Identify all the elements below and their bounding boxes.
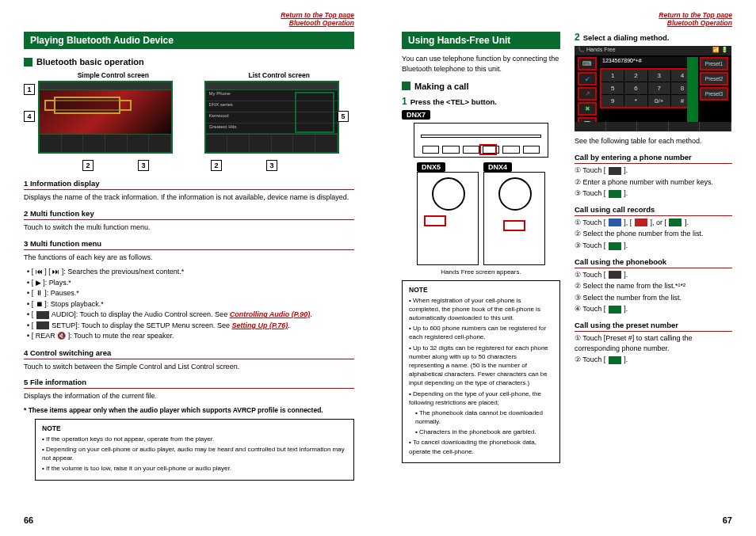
note-left: NOTE If the operation keys do not appear… bbox=[35, 419, 354, 481]
audio-icon bbox=[36, 311, 49, 319]
avrcp-footnote: * These items appear only when the audio… bbox=[24, 406, 354, 414]
step-1: 1Press the <TEL> button. bbox=[402, 96, 560, 107]
callout-5: 5 bbox=[338, 111, 349, 122]
phonebook-icon-inline bbox=[609, 271, 621, 279]
sub-multi-key: 2 Multi function key bbox=[24, 207, 354, 220]
heading-handsfree: Using Hands-Free Unit bbox=[402, 32, 560, 49]
link-audio[interactable]: Controlling Audio (P.90) bbox=[230, 310, 311, 318]
callout-3a: 3 bbox=[138, 160, 149, 171]
page-number-67: 67 bbox=[723, 515, 732, 525]
page-66: Return to the Top page Bluetooth Operati… bbox=[0, 0, 378, 536]
callout-1: 1 bbox=[24, 84, 35, 95]
page-67: Return to the Top page Bluetooth Operati… bbox=[378, 0, 756, 536]
heading-basic-op: Bluetooth basic operation bbox=[24, 57, 354, 67]
label-list: List Control screen bbox=[204, 71, 355, 79]
sub-info-display: 1 Information display bbox=[24, 177, 354, 190]
sub-switch-area: 4 Control switching area bbox=[24, 347, 354, 359]
top-link-r[interactable]: Return to the Top page Bluetooth Operati… bbox=[402, 11, 732, 27]
hw-dnx7 bbox=[414, 123, 548, 158]
top-link-line2[interactable]: Bluetooth Operation bbox=[289, 19, 354, 27]
call-button-icon bbox=[687, 57, 698, 128]
sub-file-info: 5 File information bbox=[24, 376, 354, 389]
dialing-methods: Call by entering a phone number ① Touch … bbox=[575, 151, 732, 365]
call-icon bbox=[609, 356, 621, 364]
setup-icon bbox=[36, 321, 49, 329]
dial-keypad: 123 456 789 *0/+# bbox=[600, 68, 695, 108]
keypad-icon: ⌨ bbox=[578, 57, 597, 70]
badge-dnx5: DNX5 bbox=[417, 162, 445, 172]
link-setup[interactable]: Setting Up (P.76) bbox=[231, 321, 288, 329]
table-intro: See the following table for each method. bbox=[575, 136, 732, 146]
missed-icon: ✖ bbox=[578, 102, 597, 116]
hw-dnx4 bbox=[483, 172, 545, 265]
sub-info-body: Displays the name of the track informati… bbox=[24, 192, 354, 203]
sub-multi-menu: 3 Multi function menu bbox=[24, 238, 354, 250]
callout-3b: 3 bbox=[266, 160, 277, 171]
missed-icon-inline bbox=[669, 219, 682, 226]
callout-2b: 2 bbox=[211, 160, 222, 171]
sub-switch-body: Touch to switch between the Simple Contr… bbox=[24, 362, 354, 372]
call-icon bbox=[609, 242, 621, 250]
sub-multi-key-body: Touch to switch the multi function menu. bbox=[24, 222, 354, 233]
screen-diagrams: Simple Control screen List Control scree… bbox=[38, 71, 354, 154]
outgoing-icon-inline bbox=[635, 219, 647, 226]
top-link-line1[interactable]: Return to the Top page bbox=[281, 11, 354, 19]
heading-playing-bt: Playing Bluetooth Audio Device bbox=[24, 32, 354, 49]
outgoing-icon: ↗ bbox=[578, 87, 597, 101]
badge-dnx7: DNX7 bbox=[402, 110, 430, 120]
badge-dnx4: DNX4 bbox=[483, 162, 512, 172]
call-icon bbox=[609, 190, 621, 198]
step-2: 2Select a dialing method. bbox=[575, 32, 732, 43]
list-control-screenshot: My PhoneDNX seriesKenwoodGreatest Hits bbox=[204, 81, 339, 154]
hf-caption: Hands Free screen appears. bbox=[402, 268, 560, 276]
handsfree-screenshot: 📞 Hands Free📶 🔋 1234567890*+# ⌨ ↙ ↗ ✖ 📖 … bbox=[575, 46, 731, 131]
top-link[interactable]: Return to the Top page Bluetooth Operati… bbox=[24, 11, 354, 27]
callout-4: 4 bbox=[24, 111, 35, 122]
sub-file-body: Displays the information of the current … bbox=[24, 391, 354, 401]
multi-menu-list: [ ⏮ ] [ ⏭ ]: Searches the previous/next … bbox=[27, 267, 354, 342]
label-simple: Simple Control screen bbox=[38, 71, 189, 79]
callout-2a: 2 bbox=[82, 160, 94, 171]
incoming-icon-inline bbox=[609, 219, 621, 226]
handsfree-intro: You can use telephone function by connec… bbox=[402, 54, 560, 73]
note-right: NOTE When registration of your cell-phon… bbox=[402, 280, 560, 463]
keypad-icon-inline bbox=[609, 167, 621, 175]
heading-making-call: Making a call bbox=[402, 82, 560, 91]
page-number-66: 66 bbox=[24, 515, 33, 525]
sub-multi-intro: The functions of each key are as follows… bbox=[24, 253, 354, 263]
call-icon bbox=[609, 306, 621, 314]
incoming-icon: ↙ bbox=[578, 72, 597, 86]
hw-dnx5 bbox=[417, 172, 479, 265]
simple-control-screenshot bbox=[38, 81, 173, 154]
